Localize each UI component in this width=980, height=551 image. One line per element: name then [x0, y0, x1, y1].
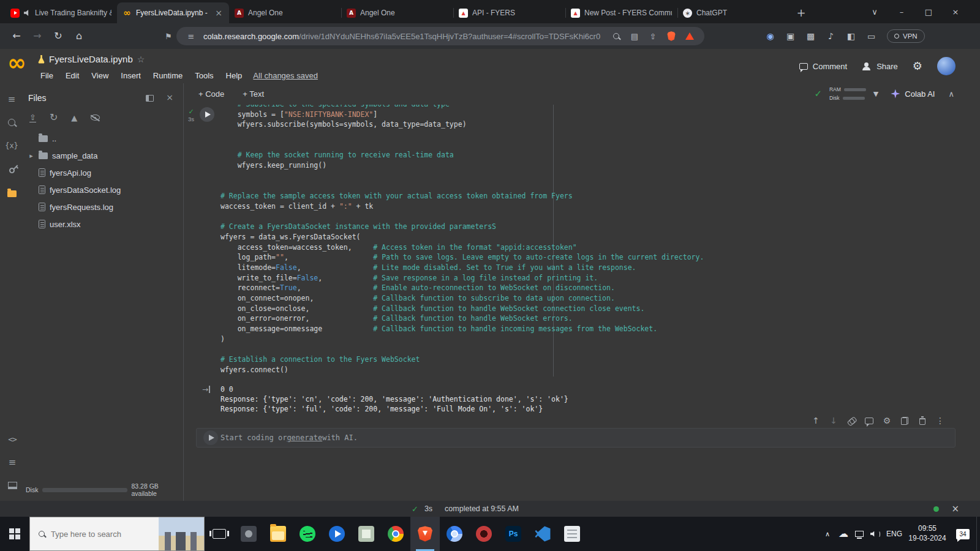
save-status[interactable]: All changes saved [253, 71, 318, 80]
network-icon[interactable] [851, 517, 867, 551]
home-button[interactable]: ⌂ [69, 26, 89, 46]
clock[interactable]: 09:5519-03-2024 [905, 524, 949, 543]
bookmark-icon[interactable]: ⚑ [160, 32, 176, 40]
start-button[interactable] [0, 517, 29, 551]
new-cell-placeholder[interactable]: Start coding or generate with AI. [221, 429, 358, 447]
wallet-icon[interactable]: ▭ [863, 28, 880, 45]
code-editor[interactable]: # Subscribe to the specified symbols and… [221, 105, 704, 375]
sidebar-toggle-icon[interactable]: ◧ [843, 28, 859, 45]
more-actions-icon[interactable]: ⋮ [935, 415, 946, 426]
colab-logo[interactable]: ∞ [7, 50, 26, 76]
menu-runtime[interactable]: Runtime [147, 71, 189, 80]
taskbar-app-brave[interactable] [410, 517, 440, 551]
forward-button[interactable]: → [27, 26, 48, 46]
taskbar-app-app[interactable] [234, 517, 263, 551]
avatar[interactable] [937, 57, 956, 75]
taskbar-app-chromium[interactable] [440, 517, 469, 551]
taskbar-app-spotify[interactable] [293, 517, 322, 551]
new-tab-button[interactable]: + [792, 4, 810, 22]
menu-file[interactable]: File [34, 71, 59, 80]
code-snippets-icon[interactable]: <> [5, 432, 20, 446]
star-icon[interactable]: ☆ [137, 55, 145, 64]
dock-panel-icon[interactable] [146, 93, 154, 104]
file-tree-row[interactable]: user.xlsx [23, 216, 182, 233]
file-tree-row[interactable]: fyersRequests.log [23, 198, 182, 216]
capture-extension-icon[interactable]: ▣ [782, 28, 799, 45]
collapse-toolbar-icon[interactable]: ∧ [948, 90, 954, 98]
browser-tab[interactable]: ▲New Post - FYERS Commu [565, 2, 677, 23]
mirror-cell-icon[interactable] [899, 415, 910, 426]
taskbar-search[interactable] [29, 517, 205, 551]
reading-list-icon[interactable]: ▤ [628, 32, 641, 40]
share-icon[interactable]: ⇧ [647, 32, 659, 40]
refresh-icon[interactable]: ↻ [50, 113, 58, 122]
file-tree-row[interactable]: fyersDataSocket.log [23, 181, 182, 198]
extensions-icon[interactable]: ▩ [802, 28, 819, 45]
colab-ai-button[interactable]: Colab AI [891, 89, 935, 99]
close-button[interactable]: × [942, 0, 969, 23]
new-cell-run-button[interactable] [203, 430, 218, 445]
upload-icon[interactable]: ⇧ [29, 113, 36, 122]
terminal-icon[interactable] [5, 479, 20, 492]
show-desktop-button[interactable] [976, 517, 980, 551]
browser-tab[interactable]: AAngel One [229, 2, 341, 23]
site-info-icon[interactable]: ≡ [185, 32, 197, 40]
file-tree-row[interactable]: .. [23, 130, 182, 147]
menu-help[interactable]: Help [220, 71, 249, 80]
media-control-icon[interactable]: ♪ [823, 28, 839, 45]
file-tree-row[interactable]: ▸sample_data [23, 147, 182, 164]
taskbar-app-photoshop[interactable]: Ps [499, 517, 528, 551]
menu-view[interactable]: View [85, 71, 115, 80]
generate-link[interactable]: generate [287, 433, 322, 442]
secrets-key-icon[interactable] [4, 163, 19, 178]
add-code-button[interactable]: + Code [194, 86, 229, 102]
add-comment-icon[interactable] [864, 415, 875, 426]
tab-close-icon[interactable]: × [214, 9, 224, 17]
taskbar-app-file-explorer[interactable] [263, 517, 293, 551]
search-input[interactable] [51, 530, 143, 539]
browser-tab[interactable]: Live Trading Banknifty & [5, 2, 117, 23]
search-highlight-image[interactable] [159, 517, 204, 550]
menu-edit[interactable]: Edit [59, 71, 85, 80]
vpn-button[interactable]: VPN [887, 29, 925, 43]
record-extension-icon[interactable]: ◉ [762, 28, 778, 45]
tab-search-icon[interactable]: ∨ [861, 0, 888, 23]
find-replace-icon[interactable] [4, 115, 19, 130]
files-tab-icon[interactable] [4, 186, 19, 201]
resource-meter[interactable]: RAM Disk [829, 86, 866, 101]
onedrive-cloud-icon[interactable]: ☁ [835, 517, 851, 551]
status-close-icon[interactable]: × [951, 504, 959, 514]
minimize-button[interactable]: – [888, 0, 915, 23]
move-cell-up-icon[interactable]: ↑ [810, 415, 821, 426]
brave-rewards-icon[interactable] [684, 32, 696, 40]
hidden-icons-chevron[interactable]: ∧ [820, 517, 835, 551]
add-text-button[interactable]: + Text [238, 86, 269, 102]
reload-button[interactable]: ↻ [48, 26, 69, 46]
back-button[interactable]: ← [6, 26, 27, 46]
runtime-dropdown-icon[interactable]: ▼ [873, 91, 878, 97]
run-cell-button[interactable] [200, 107, 214, 122]
volume-icon[interactable] [867, 517, 883, 551]
browser-tab[interactable]: ▲API - FYERS [453, 2, 565, 23]
browser-tab[interactable]: ∞FyersLiveData.ipynb -× [117, 2, 229, 23]
maximize-button[interactable]: □ [915, 0, 942, 23]
taskbar-app-notepad[interactable] [557, 517, 587, 551]
browser-tab[interactable]: AAngel One [341, 2, 453, 23]
task-view-button[interactable] [205, 517, 234, 551]
tab-audio-icon[interactable] [24, 10, 31, 17]
menu-tools[interactable]: Tools [189, 71, 219, 80]
settings-gear-icon[interactable]: ⚙ [913, 61, 922, 72]
delete-cell-icon[interactable] [917, 415, 928, 426]
url-bar[interactable]: ≡ colab.research.google.com/drive/1dNYdu… [176, 27, 704, 45]
notebook-title[interactable]: FyersLiveData.ipynb [49, 54, 133, 64]
command-palette-icon[interactable]: ≡ [5, 455, 20, 469]
comment-button[interactable]: Comment [799, 62, 847, 71]
move-cell-down-icon[interactable]: ↓ [828, 415, 839, 426]
taskbar-app-opera[interactable] [469, 517, 499, 551]
close-panel-icon[interactable]: × [166, 93, 173, 102]
taskbar-app-notes-app[interactable] [352, 517, 381, 551]
taskbar-app-media-player[interactable] [322, 517, 352, 551]
table-of-contents-icon[interactable]: ≡ [4, 92, 19, 107]
copy-link-icon[interactable] [846, 415, 857, 426]
brave-shields-icon[interactable] [665, 31, 677, 41]
